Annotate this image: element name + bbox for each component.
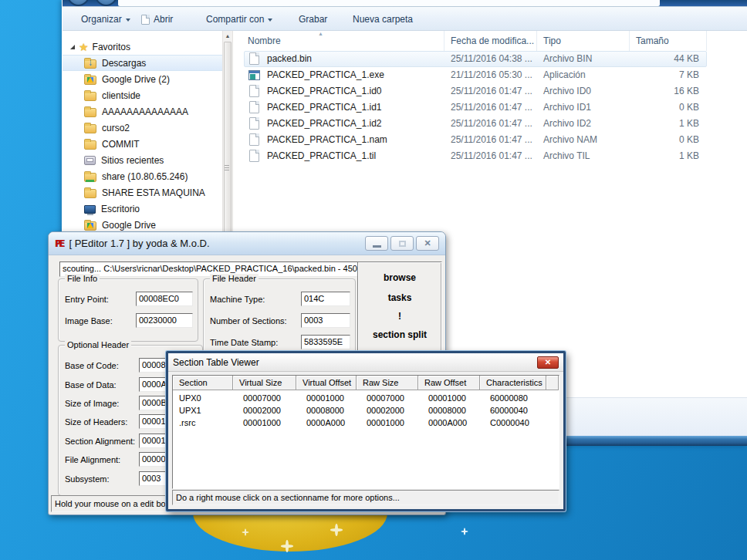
- peditor-app-icon: PE: [55, 238, 63, 249]
- file-size: 7 KB: [630, 67, 699, 83]
- section-viewer-title: Section Table Viewer: [173, 357, 259, 368]
- raw-offset: 00008000: [418, 404, 480, 417]
- file-icon: [249, 117, 259, 130]
- sidebar-item-label: curso2: [102, 123, 130, 133]
- back-button[interactable]: [67, 0, 90, 6]
- characteristics: C0000040: [480, 417, 546, 429]
- browse-button[interactable]: browse: [361, 268, 438, 287]
- file-name: PACKED_PRACTICA_1.nam: [267, 132, 387, 148]
- file-row-id2[interactable]: PACKED_PRACTICA_1.id2 25/11/2016 01:47 .…: [233, 116, 735, 132]
- sidebar-item-label: Sitios recientes: [101, 155, 164, 166]
- file-name: PACKED_PRACTICA_1.exe: [267, 67, 384, 83]
- organizar-menu[interactable]: Organizar: [76, 11, 135, 28]
- bang-button[interactable]: !: [361, 307, 438, 326]
- field-label: Image Base:: [65, 316, 113, 326]
- explorer-toolbar: Organizar Abrir Compartir con Grabar Nue…: [63, 6, 747, 31]
- section-viewer-statusbar: Do a right mouse click on a sectionname …: [172, 490, 559, 505]
- file-row-exe[interactable]: PACKED_PRACTICA_1.exe 21/11/2016 05:30 .…: [233, 67, 735, 83]
- document-icon: [141, 15, 150, 25]
- file-row-id1[interactable]: PACKED_PRACTICA_1.id1 25/11/2016 01:47 .…: [233, 100, 735, 116]
- section-split-button[interactable]: section split: [361, 326, 438, 344]
- file-info-group: File Info Entry Point: Image Base: 00008…: [58, 278, 198, 342]
- sidebar-item-google-drive[interactable]: Google Drive: [63, 217, 222, 233]
- chevron-down-icon: [126, 19, 130, 22]
- sidebar-item-share-esta-maquina[interactable]: SHARE ESTA MAQUINA: [63, 184, 222, 201]
- file-icon: [249, 101, 259, 113]
- sidebar-item-share[interactable]: share (10.80.65.246): [63, 168, 222, 184]
- field-label: Number of Sections:: [210, 316, 287, 326]
- file-size: 1 KB: [630, 148, 699, 164]
- abrir-button[interactable]: Abrir: [137, 11, 177, 28]
- column-header-fecha[interactable]: Fecha de modifica...: [444, 31, 537, 51]
- expander-icon[interactable]: [70, 45, 75, 49]
- section-viewer-titlebar[interactable]: Section Table Viewer ✕: [168, 353, 563, 372]
- compartir-label: Compartir con: [206, 11, 264, 28]
- nueva-carpeta-button[interactable]: Nueva carpeta: [348, 11, 417, 28]
- sidebar-item-escritorio[interactable]: Escritorio: [63, 201, 222, 217]
- sidebar-item-commit[interactable]: COMMIT: [63, 136, 222, 152]
- file-name: PACKED_PRACTICA_1.id1: [267, 100, 382, 116]
- file-row-nam[interactable]: PACKED_PRACTICA_1.nam 25/11/2016 01:47 .…: [233, 132, 735, 148]
- peditor-titlebar[interactable]: PE [ PEditor 1.7 ] by yoda & M.o.D. ✕: [49, 232, 445, 255]
- file-date: 21/11/2016 05:30 ...: [451, 67, 532, 83]
- scrollbar-grip: [225, 165, 229, 170]
- file-row-id0[interactable]: PACKED_PRACTICA_1.id0 25/11/2016 01:47 .…: [233, 83, 735, 100]
- address-bar[interactable]: [118, 0, 660, 6]
- section-row-upx0[interactable]: UPX0 00007000 00001000 00007000 00001000…: [173, 392, 559, 404]
- sidebar-item-descargas[interactable]: ↓ Descargas: [63, 55, 222, 71]
- file-row-til[interactable]: PACKED_PRACTICA_1.til 25/11/2016 01:47 .…: [233, 148, 735, 164]
- folder-icon: [84, 124, 96, 133]
- sidebar-item-google-drive-2[interactable]: Google Drive (2): [63, 71, 222, 87]
- compartir-con-menu[interactable]: Compartir con: [201, 11, 277, 28]
- file-type: Archivo TIL: [543, 148, 590, 164]
- sidebar-item-sitios-recientes[interactable]: Sitios recientes: [63, 152, 222, 168]
- file-name: PACKED_PRACTICA_1.id2: [267, 116, 382, 132]
- restore-button[interactable]: [390, 236, 414, 251]
- image-base-field[interactable]: 00230000: [136, 313, 193, 328]
- column-header-raw-size[interactable]: Raw Size: [357, 376, 418, 390]
- section-row-rsrc[interactable]: .rsrc 00001000 0000A000 00001000 0000A00…: [173, 417, 559, 429]
- section-name: UPX0: [173, 392, 233, 404]
- forward-button[interactable]: [95, 0, 117, 6]
- file-icon: [249, 150, 259, 162]
- column-header-virtual-offset[interactable]: Virtual Offset: [296, 376, 357, 390]
- folder-download-icon: ↓: [84, 59, 96, 69]
- column-header-virtual-size[interactable]: Virtual Size: [233, 376, 296, 390]
- column-header-characteristics[interactable]: Characteristics: [480, 376, 546, 390]
- close-button[interactable]: ✕: [537, 356, 559, 369]
- tasks-button[interactable]: tasks: [361, 288, 438, 307]
- wallpaper-flower: [242, 529, 249, 536]
- column-header-tipo[interactable]: Tipo: [537, 31, 630, 51]
- sidebar-item-aaaa[interactable]: AAAAAAAAAAAAAA: [63, 103, 222, 120]
- time-date-stamp-field[interactable]: 5833595E: [301, 335, 350, 349]
- sidebar-item-favoritos[interactable]: ★ Favoritos: [63, 39, 222, 55]
- raw-offset: 0000A000: [418, 417, 480, 429]
- number-of-sections-field[interactable]: 0003: [301, 313, 350, 328]
- minimize-button[interactable]: [365, 236, 388, 251]
- column-header-raw-offset[interactable]: Raw Offset: [418, 376, 480, 390]
- characteristics: 60000080: [480, 392, 546, 404]
- star-icon: ★: [79, 42, 89, 52]
- sidebar-item-label: Google Drive (2): [102, 74, 170, 85]
- file-size: 1 KB: [630, 116, 699, 132]
- close-button[interactable]: ✕: [416, 236, 439, 251]
- column-header-nombre[interactable]: Nombre: [233, 31, 444, 51]
- application-icon: [248, 70, 260, 80]
- raw-offset: 00001000: [418, 392, 480, 404]
- section-row-upx1[interactable]: UPX1 00002000 00008000 00002000 00008000…: [173, 404, 559, 417]
- sidebar-item-label: Escritorio: [101, 204, 140, 214]
- file-row-packed-bin[interactable]: packed.bin 25/11/2016 04:38 ... Archivo …: [233, 51, 735, 67]
- favoritos-label: Favoritos: [93, 42, 130, 52]
- entry-point-field[interactable]: 00008EC0: [136, 292, 193, 306]
- file-date: 25/11/2016 01:47 ...: [451, 148, 532, 164]
- sidebar-item-clientside[interactable]: clientside: [63, 87, 222, 103]
- sidebar-item-curso2[interactable]: curso2: [63, 120, 222, 136]
- section-table-header: Section Virtual Size Virtual Offset Raw …: [173, 376, 559, 390]
- grabar-button[interactable]: Grabar: [294, 11, 332, 28]
- column-header-section[interactable]: Section: [173, 376, 233, 390]
- column-header-tamano[interactable]: Tamaño: [630, 31, 707, 51]
- wallpaper-sparkle: [461, 528, 468, 535]
- machine-type-field[interactable]: 014C: [301, 292, 350, 306]
- scroll-up-arrow-icon[interactable]: ▲: [223, 31, 232, 42]
- section-name: .rsrc: [173, 417, 233, 429]
